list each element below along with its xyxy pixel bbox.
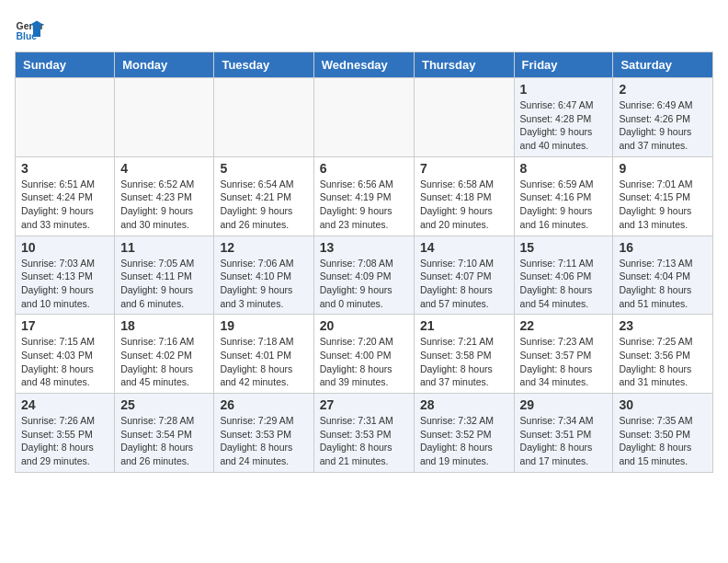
day-number: 10 [21, 240, 108, 255]
day-info: Sunrise: 7:01 AM Sunset: 4:15 PM Dayligh… [619, 178, 707, 232]
week-row-1: 1Sunrise: 6:47 AM Sunset: 4:28 PM Daylig… [16, 78, 713, 157]
day-info: Sunrise: 7:03 AM Sunset: 4:13 PM Dayligh… [21, 257, 108, 311]
weekday-header-wednesday: Wednesday [313, 52, 414, 78]
day-info: Sunrise: 7:34 AM Sunset: 3:51 PM Dayligh… [520, 414, 608, 468]
day-cell: 16Sunrise: 7:13 AM Sunset: 4:04 PM Dayli… [613, 236, 713, 315]
day-info: Sunrise: 7:16 AM Sunset: 4:02 PM Dayligh… [120, 335, 208, 389]
day-info: Sunrise: 7:21 AM Sunset: 3:58 PM Dayligh… [420, 335, 508, 389]
day-info: Sunrise: 7:32 AM Sunset: 3:52 PM Dayligh… [420, 414, 508, 468]
day-number: 14 [420, 240, 508, 255]
day-number: 11 [120, 240, 208, 255]
day-cell: 18Sunrise: 7:16 AM Sunset: 4:02 PM Dayli… [115, 315, 214, 394]
weekday-header-saturday: Saturday [613, 52, 713, 78]
day-cell: 9Sunrise: 7:01 AM Sunset: 4:15 PM Daylig… [613, 156, 713, 236]
day-number: 5 [220, 161, 307, 176]
day-cell: 28Sunrise: 7:32 AM Sunset: 3:52 PM Dayli… [414, 394, 514, 473]
logo: General Blue [15, 15, 48, 44]
day-cell: 11Sunrise: 7:05 AM Sunset: 4:11 PM Dayli… [115, 236, 214, 315]
day-number: 3 [21, 161, 108, 176]
day-number: 28 [420, 397, 508, 412]
day-number: 26 [220, 397, 307, 412]
day-cell: 10Sunrise: 7:03 AM Sunset: 4:13 PM Dayli… [16, 236, 115, 315]
day-cell: 5Sunrise: 6:54 AM Sunset: 4:21 PM Daylig… [214, 156, 313, 236]
day-number: 6 [320, 161, 408, 176]
day-info: Sunrise: 7:25 AM Sunset: 3:56 PM Dayligh… [619, 335, 707, 389]
weekday-header-row: SundayMondayTuesdayWednesdayThursdayFrid… [16, 52, 713, 78]
week-row-5: 24Sunrise: 7:26 AM Sunset: 3:55 PM Dayli… [16, 394, 713, 473]
day-cell: 14Sunrise: 7:10 AM Sunset: 4:07 PM Dayli… [414, 236, 514, 315]
day-number: 30 [619, 397, 707, 412]
day-info: Sunrise: 6:59 AM Sunset: 4:16 PM Dayligh… [520, 178, 608, 232]
day-info: Sunrise: 7:15 AM Sunset: 4:03 PM Dayligh… [21, 335, 108, 389]
week-row-3: 10Sunrise: 7:03 AM Sunset: 4:13 PM Dayli… [16, 236, 713, 315]
day-cell [214, 78, 313, 157]
day-number: 24 [21, 397, 108, 412]
day-cell: 30Sunrise: 7:35 AM Sunset: 3:50 PM Dayli… [613, 394, 713, 473]
day-cell [313, 78, 414, 157]
week-row-4: 17Sunrise: 7:15 AM Sunset: 4:03 PM Dayli… [16, 315, 713, 394]
day-cell: 29Sunrise: 7:34 AM Sunset: 3:51 PM Dayli… [514, 394, 613, 473]
day-number: 13 [320, 240, 408, 255]
weekday-header-tuesday: Tuesday [214, 52, 313, 78]
day-number: 4 [120, 161, 208, 176]
day-info: Sunrise: 6:49 AM Sunset: 4:26 PM Dayligh… [619, 98, 707, 153]
day-number: 18 [120, 318, 208, 333]
logo-icon: General Blue [15, 15, 44, 44]
day-cell: 26Sunrise: 7:29 AM Sunset: 3:53 PM Dayli… [214, 394, 313, 473]
day-info: Sunrise: 7:06 AM Sunset: 4:10 PM Dayligh… [220, 257, 307, 311]
day-number: 25 [120, 397, 208, 412]
day-info: Sunrise: 7:35 AM Sunset: 3:50 PM Dayligh… [619, 414, 707, 468]
day-info: Sunrise: 7:11 AM Sunset: 4:06 PM Dayligh… [520, 257, 608, 311]
day-info: Sunrise: 7:26 AM Sunset: 3:55 PM Dayligh… [21, 414, 108, 468]
day-cell: 15Sunrise: 7:11 AM Sunset: 4:06 PM Dayli… [514, 236, 613, 315]
day-number: 20 [320, 318, 408, 333]
day-number: 23 [619, 318, 707, 333]
day-cell: 3Sunrise: 6:51 AM Sunset: 4:24 PM Daylig… [16, 156, 115, 236]
day-info: Sunrise: 7:18 AM Sunset: 4:01 PM Dayligh… [220, 335, 307, 389]
day-number: 12 [220, 240, 307, 255]
day-number: 29 [520, 397, 608, 412]
day-cell: 2Sunrise: 6:49 AM Sunset: 4:26 PM Daylig… [613, 78, 713, 157]
day-info: Sunrise: 6:51 AM Sunset: 4:24 PM Dayligh… [21, 178, 108, 232]
day-cell: 17Sunrise: 7:15 AM Sunset: 4:03 PM Dayli… [16, 315, 115, 394]
day-cell: 8Sunrise: 6:59 AM Sunset: 4:16 PM Daylig… [514, 156, 613, 236]
day-number: 7 [420, 161, 508, 176]
day-cell [16, 78, 115, 157]
weekday-header-friday: Friday [514, 52, 613, 78]
day-cell: 25Sunrise: 7:28 AM Sunset: 3:54 PM Dayli… [115, 394, 214, 473]
day-info: Sunrise: 6:52 AM Sunset: 4:23 PM Dayligh… [120, 178, 208, 232]
day-info: Sunrise: 6:58 AM Sunset: 4:18 PM Dayligh… [420, 178, 508, 232]
day-number: 27 [320, 397, 408, 412]
day-cell: 7Sunrise: 6:58 AM Sunset: 4:18 PM Daylig… [414, 156, 514, 236]
day-number: 8 [520, 161, 608, 176]
day-number: 9 [619, 161, 707, 176]
day-cell: 23Sunrise: 7:25 AM Sunset: 3:56 PM Dayli… [613, 315, 713, 394]
day-info: Sunrise: 6:56 AM Sunset: 4:19 PM Dayligh… [320, 178, 408, 232]
day-info: Sunrise: 6:47 AM Sunset: 4:28 PM Dayligh… [520, 98, 608, 153]
day-number: 1 [520, 82, 608, 97]
day-cell: 1Sunrise: 6:47 AM Sunset: 4:28 PM Daylig… [514, 78, 613, 157]
day-number: 16 [619, 240, 707, 255]
day-info: Sunrise: 7:31 AM Sunset: 3:53 PM Dayligh… [320, 414, 408, 468]
day-number: 2 [619, 82, 707, 97]
day-cell: 4Sunrise: 6:52 AM Sunset: 4:23 PM Daylig… [115, 156, 214, 236]
day-cell: 20Sunrise: 7:20 AM Sunset: 4:00 PM Dayli… [313, 315, 414, 394]
day-cell: 24Sunrise: 7:26 AM Sunset: 3:55 PM Dayli… [16, 394, 115, 473]
week-row-2: 3Sunrise: 6:51 AM Sunset: 4:24 PM Daylig… [16, 156, 713, 236]
weekday-header-monday: Monday [115, 52, 214, 78]
weekday-header-sunday: Sunday [16, 52, 115, 78]
day-number: 17 [21, 318, 108, 333]
day-info: Sunrise: 7:05 AM Sunset: 4:11 PM Dayligh… [120, 257, 208, 311]
page-header: General Blue [15, 15, 713, 44]
day-number: 22 [520, 318, 608, 333]
day-cell: 22Sunrise: 7:23 AM Sunset: 3:57 PM Dayli… [514, 315, 613, 394]
day-info: Sunrise: 6:54 AM Sunset: 4:21 PM Dayligh… [220, 178, 307, 232]
day-info: Sunrise: 7:20 AM Sunset: 4:00 PM Dayligh… [320, 335, 408, 389]
day-info: Sunrise: 7:28 AM Sunset: 3:54 PM Dayligh… [120, 414, 208, 468]
day-info: Sunrise: 7:29 AM Sunset: 3:53 PM Dayligh… [220, 414, 307, 468]
day-cell: 21Sunrise: 7:21 AM Sunset: 3:58 PM Dayli… [414, 315, 514, 394]
day-cell [414, 78, 514, 157]
day-number: 21 [420, 318, 508, 333]
day-number: 19 [220, 318, 307, 333]
day-info: Sunrise: 7:08 AM Sunset: 4:09 PM Dayligh… [320, 257, 408, 311]
